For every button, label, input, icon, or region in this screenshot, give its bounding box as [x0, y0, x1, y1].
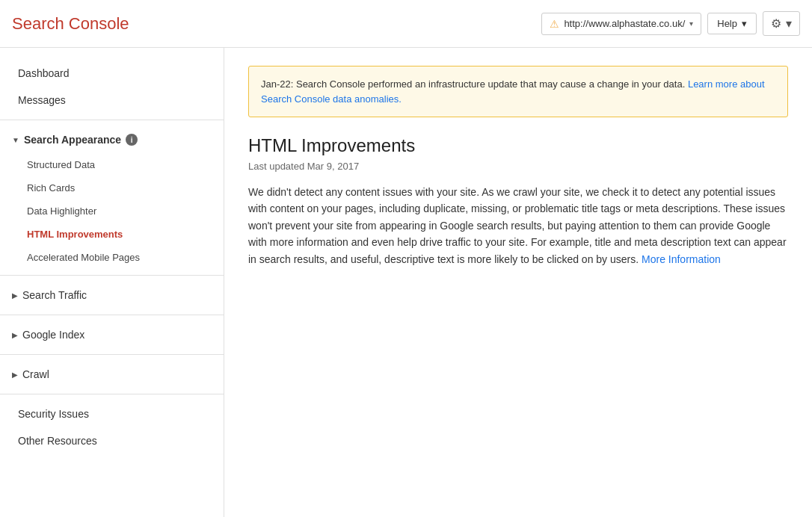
sidebar-sub-item-structured-data[interactable]: Structured Data [0, 153, 224, 176]
sidebar-sub-item-accelerated-mobile-pages[interactable]: Accelerated Mobile Pages [0, 246, 224, 269]
url-chevron-icon: ▾ [689, 19, 693, 28]
last-updated: Last updated Mar 9, 2017 [248, 161, 788, 172]
app-title: Search Console [12, 14, 541, 34]
search-appearance-label: Search Appearance [24, 134, 121, 146]
sidebar-item-dashboard[interactable]: Dashboard [0, 60, 224, 87]
more-information-link[interactable]: More Information [642, 253, 721, 265]
sidebar-section-crawl[interactable]: ▶ Crawl [0, 361, 224, 388]
main-content: Jan-22: Search Console performed an infr… [224, 48, 812, 517]
notification-banner: Jan-22: Search Console performed an infr… [248, 66, 788, 117]
sidebar-section-google-index[interactable]: ▶ Google Index [0, 321, 224, 348]
url-text: http://www.alphastate.co.uk/ [564, 18, 685, 29]
dashboard-label: Dashboard [18, 67, 70, 79]
search-traffic-arrow-icon: ▶ [12, 291, 18, 300]
header: Search Console ⚠ http://www.alphastate.c… [0, 0, 812, 48]
sidebar-divider-1 [0, 120, 224, 120]
warning-icon: ⚠ [550, 18, 559, 30]
google-index-label: Google Index [22, 329, 84, 341]
messages-label: Messages [18, 94, 66, 106]
help-label: Help [717, 18, 737, 29]
settings-button[interactable]: ⚙ ▾ [763, 11, 800, 36]
search-appearance-arrow-icon: ▼ [12, 136, 19, 144]
security-issues-label: Security Issues [18, 408, 89, 420]
sidebar-divider-3 [0, 315, 224, 315]
page-title: HTML Improvements [248, 135, 788, 156]
gear-icon: ⚙ [771, 16, 781, 31]
url-selector[interactable]: ⚠ http://www.alphastate.co.uk/ ▾ [541, 13, 701, 35]
sidebar-item-security-issues[interactable]: Security Issues [0, 400, 224, 427]
sidebar-section-search-traffic[interactable]: ▶ Search Traffic [0, 282, 224, 309]
sidebar-section-search-appearance[interactable]: ▼ Search Appearance i [0, 126, 224, 153]
sidebar-divider-5 [0, 394, 224, 394]
help-chevron-icon: ▾ [742, 18, 747, 29]
sidebar-sub-item-html-improvements[interactable]: HTML Improvements [0, 223, 224, 246]
help-button[interactable]: Help ▾ [707, 13, 757, 34]
crawl-label: Crawl [22, 368, 49, 380]
notification-text: Jan-22: Search Console performed an infr… [261, 78, 685, 90]
sidebar-item-other-resources[interactable]: Other Resources [0, 427, 224, 454]
crawl-arrow-icon: ▶ [12, 371, 18, 379]
search-appearance-info-icon: i [126, 134, 138, 146]
google-index-arrow-icon: ▶ [12, 331, 18, 339]
search-traffic-label: Search Traffic [22, 289, 87, 301]
sidebar-sub-item-rich-cards[interactable]: Rich Cards [0, 176, 224, 199]
sidebar-divider-2 [0, 275, 224, 276]
other-resources-label: Other Resources [18, 435, 97, 447]
sidebar-item-messages[interactable]: Messages [0, 87, 224, 114]
content-body: We didn't detect any content issues with… [248, 184, 788, 267]
sidebar: Dashboard Messages ▼ Search Appearance i… [0, 48, 224, 517]
layout: Dashboard Messages ▼ Search Appearance i… [0, 48, 812, 517]
sidebar-sub-item-data-highlighter[interactable]: Data Highlighter [0, 199, 224, 223]
header-controls: ⚠ http://www.alphastate.co.uk/ ▾ Help ▾ … [541, 11, 800, 36]
settings-chevron-icon: ▾ [786, 16, 792, 31]
sidebar-divider-4 [0, 354, 224, 355]
